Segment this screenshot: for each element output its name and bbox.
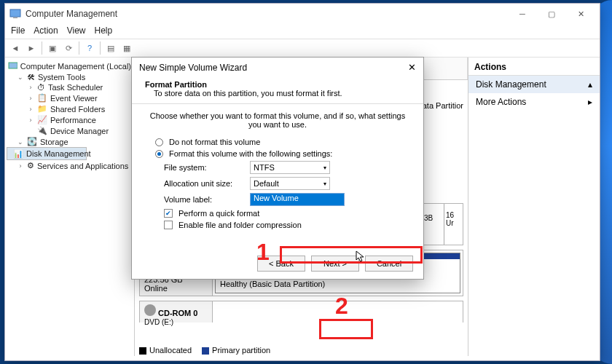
actions-disk-management[interactable]: Disk Management▴ xyxy=(468,76,600,93)
filesystem-label: File system: xyxy=(164,163,244,172)
menubar: File Action View Help xyxy=(5,24,600,39)
actions-more[interactable]: More Actions▸ xyxy=(468,93,600,111)
nav-tree: Computer Management (Local) ⌄🛠System Too… xyxy=(5,58,135,356)
tree-system-tools[interactable]: ⌄🛠System Tools xyxy=(7,72,133,82)
row-compression[interactable]: Enable file and folder compression xyxy=(164,221,407,229)
back-button[interactable]: < Back xyxy=(257,256,305,272)
close-button[interactable]: ✕ xyxy=(566,6,595,22)
tree-event-viewer[interactable]: ›📋Event Viewer xyxy=(7,92,133,103)
row-quick-format[interactable]: ✔Perform a quick format xyxy=(164,209,407,218)
up-icon[interactable]: ▣ xyxy=(45,41,60,55)
app-icon xyxy=(9,8,21,20)
maximize-button[interactable]: ▢ xyxy=(537,6,566,22)
new-simple-volume-wizard: New Simple Volume Wizard ✕ Format Partit… xyxy=(131,57,424,280)
allocation-select[interactable]: Default▾ xyxy=(250,177,330,190)
forward-icon[interactable]: ► xyxy=(24,41,39,55)
filesystem-select[interactable]: NTFS▾ xyxy=(250,161,330,174)
row-volume-label: Volume label: New Volume xyxy=(164,193,407,206)
radio-no-format[interactable]: Do not format this volume xyxy=(155,138,407,146)
cdrom-icon xyxy=(144,304,156,316)
view-list-icon[interactable]: ▤ xyxy=(103,41,118,55)
menu-file[interactable]: File xyxy=(11,25,25,36)
tree-root-label: Computer Management (Local) xyxy=(20,62,131,71)
quick-format-checkbox[interactable]: ✔ xyxy=(164,209,173,218)
window-title: Computer Management xyxy=(26,9,117,19)
minimize-button[interactable]: ─ xyxy=(508,6,537,22)
tree-disk-management[interactable]: 📊Disk Management xyxy=(7,147,87,160)
back-icon[interactable]: ◄ xyxy=(8,41,23,55)
svg-rect-1 xyxy=(13,17,17,18)
allocation-label: Allocation unit size: xyxy=(164,179,244,188)
legend-primary: Primary partition xyxy=(212,346,270,355)
row-allocation: Allocation unit size: Default▾ xyxy=(164,177,407,190)
chevron-right-icon: ▸ xyxy=(588,97,592,107)
tree-storage[interactable]: ⌄💽Storage xyxy=(7,136,133,147)
actions-header: Actions xyxy=(468,59,600,76)
collapse-icon: ▴ xyxy=(588,79,592,90)
cdrom-row[interactable]: CD-ROM 0 DVD (E:) xyxy=(139,301,463,323)
tree-systools-label: System Tools xyxy=(38,73,85,82)
help-icon[interactable]: ? xyxy=(82,41,97,55)
wizard-subheading: To store data on this partition, you mus… xyxy=(145,89,342,98)
view-detail-icon[interactable]: ▦ xyxy=(119,41,134,55)
next-button[interactable]: Next > xyxy=(311,256,359,272)
wizard-description: Choose whether you want to format this v… xyxy=(148,111,407,129)
menu-view[interactable]: View xyxy=(67,25,86,36)
toolbar: ◄ ► ▣ ⟳ ? ▤ ▦ xyxy=(5,39,600,58)
radio-format[interactable]: Format this volume with the following se… xyxy=(155,149,407,158)
wizard-close-icon[interactable]: ✕ xyxy=(408,62,416,73)
actions-pane: Actions Disk Management▴ More Actions▸ xyxy=(468,58,600,356)
legend-unallocated: Unallocated xyxy=(149,346,192,355)
tree-services-apps[interactable]: ›⚙Services and Applications xyxy=(7,160,133,171)
tree-device-manager[interactable]: 🔌Device Manager xyxy=(7,125,133,136)
tree-shared-folders[interactable]: ›📁Shared Folders xyxy=(7,103,133,114)
legend: Unallocated Primary partition xyxy=(139,346,270,355)
row-filesystem: File system: NTFS▾ xyxy=(164,161,407,174)
cancel-button[interactable]: Cancel xyxy=(365,256,413,272)
wizard-title: New Simple Volume Wizard xyxy=(139,63,247,73)
titlebar: Computer Management ─ ▢ ✕ xyxy=(5,4,600,24)
tree-task-scheduler[interactable]: ›⏱Task Scheduler xyxy=(7,82,133,92)
tree-root[interactable]: Computer Management (Local) xyxy=(7,60,133,72)
chevron-down-icon: ▾ xyxy=(323,165,326,171)
svg-rect-2 xyxy=(9,63,17,68)
svg-rect-0 xyxy=(10,9,20,17)
cdrom-info: CD-ROM 0 DVD (E:) xyxy=(140,301,213,323)
compression-checkbox[interactable] xyxy=(164,221,173,229)
tree-storage-label: Storage xyxy=(40,138,68,146)
menu-help[interactable]: Help xyxy=(95,25,113,36)
tree-performance[interactable]: ›📈Performance xyxy=(7,114,133,125)
volume-label-label: Volume label: xyxy=(164,195,244,204)
menu-action[interactable]: Action xyxy=(34,25,58,36)
wizard-heading: Format Partition xyxy=(145,80,207,89)
computer-icon xyxy=(8,61,17,71)
chevron-down-icon: ▾ xyxy=(323,181,326,187)
volume-label-input[interactable]: New Volume xyxy=(250,193,345,206)
refresh-icon[interactable]: ⟳ xyxy=(61,41,76,55)
